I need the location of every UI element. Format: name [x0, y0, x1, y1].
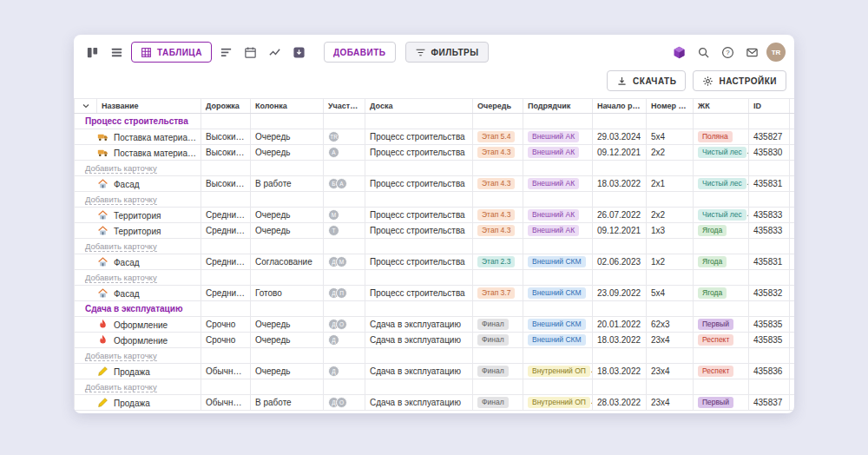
complex-cell: Поляна	[694, 129, 749, 145]
column-header-7[interactable]: Начало работы	[593, 99, 647, 114]
table-view-button[interactable]: ТАБЛИЦА	[131, 42, 212, 63]
table-row[interactable]: ФасадСредний пр...СогласованиеДМПроцесс …	[75, 254, 795, 270]
empty-cell	[365, 114, 473, 129]
column-header-9[interactable]: ЖК	[694, 99, 749, 114]
empty-cell	[647, 301, 694, 317]
complex-cell: Первый	[694, 395, 749, 411]
svg-text:?: ?	[726, 49, 730, 56]
sort-view-button[interactable]	[216, 43, 236, 63]
contractor-cell: Внешний СКМ	[523, 286, 593, 301]
table-row[interactable]: ПродажаОбычный п...В работеДОСдача в экс…	[75, 395, 795, 411]
add-card-link[interactable]: Добавить карточку	[85, 195, 157, 205]
chevron-down-icon[interactable]	[81, 101, 91, 111]
table-row[interactable]: Поставка материаловВысокий пр...ОчередьА…	[75, 145, 795, 161]
add-card-link[interactable]: Добавить карточку	[85, 273, 157, 283]
lane-cell: Средний пр...	[201, 254, 251, 270]
column-header-4[interactable]: Доска	[365, 99, 473, 114]
table-row[interactable]: ПродажаОбычный п...ОчередьДСдача в экспл…	[75, 364, 795, 379]
card-name-cell[interactable]: Территория	[75, 223, 201, 239]
column-header-5[interactable]: Очередь	[473, 99, 523, 114]
table-row[interactable]: ОформлениеСрочноОчередьДОСдача в эксплуа…	[75, 317, 795, 333]
add-card-link[interactable]: Добавить карточку	[85, 163, 157, 174]
column-header-10[interactable]: ID	[749, 99, 790, 114]
table-row[interactable]: ФасадВысокий пр...В работеБАПроцесс стро…	[75, 176, 795, 192]
house-number-cell: 5х4	[647, 129, 694, 145]
help-button[interactable]: ?	[718, 43, 738, 63]
group-label[interactable]: Процесс строительства	[85, 116, 188, 126]
overflow-cell	[790, 364, 795, 379]
complex-badge: Респект	[698, 334, 733, 346]
empty-cell	[365, 239, 473, 254]
card-name-cell[interactable]: Поставка материалов	[75, 129, 201, 145]
house-number-cell: 23х4	[647, 395, 694, 411]
group-label[interactable]: Сдача в эксплуатацию	[85, 304, 182, 313]
group-row: Процесс строительства	[75, 114, 795, 129]
calendar-view-button[interactable]	[240, 43, 260, 63]
settings-button[interactable]: НАСТРОЙКИ	[693, 70, 786, 91]
empty-cell	[324, 270, 365, 286]
mail-button[interactable]	[742, 43, 762, 63]
add-card-link[interactable]: Добавить карточку	[85, 351, 157, 361]
complex-cell: Респект	[694, 333, 749, 348]
id-cell: 435835	[749, 333, 790, 348]
table-row[interactable]: Поставка материаловВысокий пр...ОчередьT…	[75, 129, 795, 145]
kanban-view-button[interactable]	[82, 43, 102, 63]
empty-cell	[324, 161, 365, 176]
complex-badge: Первый	[698, 319, 733, 330]
card-name-cell[interactable]: Территория	[75, 208, 201, 223]
add-card-link[interactable]: Добавить карточку	[85, 382, 157, 392]
empty-cell	[523, 379, 593, 395]
card-name-cell[interactable]: Продажа	[75, 395, 201, 411]
column-header-0[interactable]: Название	[97, 99, 201, 114]
card-name-cell[interactable]: Поставка материалов	[75, 145, 201, 161]
table-row[interactable]: ТерриторияСредний пр...ОчередьТПроцесс с…	[75, 223, 795, 239]
column-header-8[interactable]: Номер дома	[647, 99, 694, 114]
add-button[interactable]: ДОБАВИТЬ	[324, 42, 396, 63]
kanban-view-icon	[86, 46, 99, 59]
members-cell: Д	[324, 333, 365, 348]
column-header-3[interactable]: Участники	[324, 99, 365, 114]
contractor-cell: Внешний АК	[523, 223, 593, 239]
list-view-button[interactable]	[107, 43, 127, 63]
lane-cell: Обычный п...	[201, 364, 251, 379]
collapse-all-header[interactable]	[75, 99, 97, 114]
card-title: Продажа	[114, 399, 150, 408]
filters-button[interactable]: ФИЛЬТРЫ	[405, 42, 489, 63]
add-card-link[interactable]: Добавить карточку	[85, 241, 157, 252]
card-title: Продажа	[114, 367, 150, 377]
house-number-cell: 2х1	[647, 176, 694, 192]
contractor-cell: Внешний АК	[523, 145, 593, 161]
card-title: Фасад	[114, 258, 140, 267]
card-name-cell[interactable]: Фасад	[75, 286, 201, 301]
column-header-6[interactable]: Подрядчик	[523, 99, 593, 114]
empty-cell	[324, 379, 365, 395]
empty-cell	[251, 270, 324, 286]
card-title: Территория	[114, 227, 161, 236]
column-header-1[interactable]: Дорожка	[201, 99, 251, 114]
card-name-cell[interactable]: Оформление	[75, 333, 201, 348]
table-row[interactable]: ОформлениеСрочноОчередьДСдача в эксплуат…	[75, 333, 795, 348]
empty-cell	[324, 301, 365, 317]
user-avatar[interactable]: TR	[766, 43, 786, 62]
download-button[interactable]: СКАЧАТЬ	[607, 70, 686, 91]
card-name-cell[interactable]: Фасад	[75, 176, 201, 192]
contractor-badge: Внутренний ОП	[528, 366, 590, 377]
empty-cell	[523, 239, 593, 254]
start-date-cell: 29.03.2024	[593, 129, 647, 145]
member-avatar: О	[336, 319, 347, 330]
start-date-cell: 20.01.2022	[593, 317, 647, 333]
filters-button-label: ФИЛЬТРЫ	[431, 48, 479, 57]
column-header-2[interactable]: Колонка	[251, 99, 324, 114]
overflow-cell	[790, 176, 795, 192]
archive-view-button[interactable]	[289, 43, 309, 63]
card-name-cell[interactable]: Фасад	[75, 254, 201, 270]
card-name-cell[interactable]: Оформление	[75, 317, 201, 333]
table-row[interactable]: ТерриторияСредний пр...ОчередьМПроцесс с…	[75, 208, 795, 223]
search-button[interactable]	[694, 43, 713, 63]
queue-badge: Финал	[477, 397, 509, 408]
timeline-view-button[interactable]	[265, 43, 285, 63]
card-name-cell[interactable]: Продажа	[75, 364, 201, 379]
logo-button[interactable]	[669, 43, 689, 63]
empty-cell	[593, 301, 647, 317]
table-row[interactable]: ФасадСредний пр...ГотовоДППроцесс строит…	[75, 286, 795, 301]
